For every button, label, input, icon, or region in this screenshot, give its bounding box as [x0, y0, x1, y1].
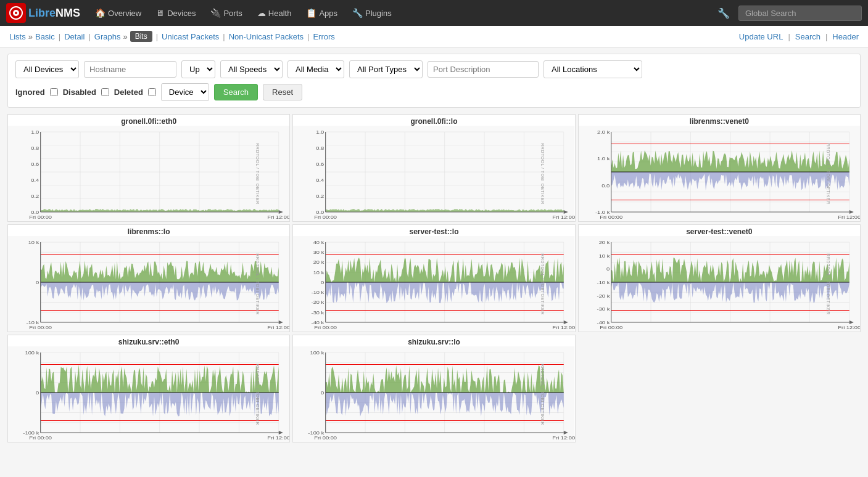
- svg-text:1.0: 1.0: [31, 129, 39, 135]
- svg-text:0: 0: [606, 266, 610, 272]
- overview-icon: 🏠: [95, 8, 105, 18]
- ignored-checkbox[interactable]: [50, 88, 58, 96]
- nav-plugins[interactable]: 🔧 Plugins: [346, 0, 398, 26]
- svg-text:20 k: 20 k: [598, 240, 610, 245]
- svg-text:1.0 k: 1.0 k: [597, 156, 610, 161]
- location-select[interactable]: All Locations: [544, 60, 642, 78]
- nav-apps[interactable]: 📋 Apps: [300, 0, 344, 26]
- svg-text:0.4: 0.4: [31, 177, 39, 183]
- nav-devices[interactable]: 🖥 Devices: [150, 0, 202, 26]
- graph-card-2[interactable]: gronell.0fi::lo1.00.80.60.40.20.0Fri 00:…: [292, 114, 575, 222]
- brand[interactable]: LibreNMS: [6, 3, 80, 23]
- graph-card-1[interactable]: gronell.0fi::eth01.00.80.60.40.20.0Fri 0…: [7, 114, 290, 222]
- graph-card-4[interactable]: librenms::lo10 k0-10 kFri 00:00Fri 12:00…: [7, 224, 290, 332]
- update-url-link[interactable]: Update URL: [739, 32, 783, 41]
- port-desc-input[interactable]: [428, 61, 539, 78]
- speed-select[interactable]: All Speeds: [220, 60, 283, 78]
- graph-title-8: shizuku.srv::lo: [293, 335, 574, 346]
- apps-icon: 📋: [306, 8, 316, 18]
- hostname-input[interactable]: [84, 61, 176, 78]
- graph-svg-3: 2.0 k1.0 k0.0-1.0 kFri 00:00Fri 12:00: [579, 126, 860, 221]
- search-link[interactable]: Search: [795, 32, 820, 41]
- graph-area-2: 1.00.80.60.40.20.0Fri 00:00Fri 12:00RRDT…: [293, 126, 574, 221]
- svg-text:Fri 12:00: Fri 12:00: [267, 325, 289, 330]
- nav-health[interactable]: ☁ Health: [251, 0, 298, 26]
- svg-text:Fri 00:00: Fri 00:00: [600, 214, 622, 220]
- svg-text:1.0: 1.0: [316, 129, 324, 135]
- graph-title-3: librenms::venet0: [579, 115, 860, 126]
- graph-area-7: 100 k0-100 kFri 00:00Fri 12:00RRDTOOL / …: [8, 346, 289, 442]
- reset-button[interactable]: Reset: [263, 84, 302, 100]
- graph-title-1: gronell.0fi::eth0: [8, 115, 289, 126]
- svg-text:Fri 12:00: Fri 12:00: [267, 435, 289, 441]
- port-type-select[interactable]: All Port Types: [349, 60, 423, 78]
- media-select[interactable]: All Media: [287, 60, 344, 78]
- graph-area-5: 40 k30 k20 k10 k0-10 k-20 k-30 k-40 kFri…: [293, 236, 574, 332]
- graph-card-5[interactable]: server-test::lo40 k30 k20 k10 k0-10 k-20…: [292, 224, 575, 332]
- global-search-input[interactable]: [738, 6, 862, 21]
- svg-text:Fri 00:00: Fri 00:00: [29, 325, 52, 330]
- svg-text:Fri 12:00: Fri 12:00: [267, 214, 289, 220]
- svg-text:Fri 12:00: Fri 12:00: [838, 214, 860, 220]
- svg-text:0: 0: [36, 390, 39, 396]
- breadcrumb-lists[interactable]: Lists: [9, 32, 26, 41]
- graph-title-5: server-test::lo: [293, 225, 574, 236]
- breadcrumb-basic[interactable]: Basic: [35, 32, 55, 41]
- deleted-checkbox[interactable]: [148, 88, 156, 96]
- nav-ports[interactable]: 🔌 Ports: [204, 0, 248, 26]
- svg-rect-4: [8, 126, 289, 221]
- graph-title-2: gronell.0fi::lo: [293, 115, 574, 126]
- svg-text:0.2: 0.2: [31, 194, 39, 199]
- nav-overview[interactable]: 🏠 Overview: [89, 0, 147, 26]
- graph-card-8[interactable]: shizuku.srv::lo100 k0-100 kFri 00:00Fri …: [292, 335, 575, 442]
- breadcrumb-graphs[interactable]: Graphs: [94, 32, 121, 41]
- svg-text:Fri 00:00: Fri 00:00: [600, 325, 622, 330]
- breadcrumb-nonunicast[interactable]: Non-Unicast Packets: [229, 32, 304, 41]
- device-filter-select[interactable]: All Devices: [15, 60, 79, 78]
- filter-row1: All Devices Up All Speeds All Media All …: [15, 60, 853, 78]
- graph-svg-1: 1.00.80.60.40.20.0Fri 00:00Fri 12:00: [8, 126, 289, 221]
- breadcrumb-detail[interactable]: Detail: [64, 32, 85, 41]
- graph-area-6: 20 k10 k0-10 k-20 k-30 k-40 kFri 00:00Fr…: [579, 236, 860, 332]
- navbar-right: 🔧: [714, 6, 862, 21]
- graph-svg-8: 100 k0-100 kFri 00:00Fri 12:00: [293, 346, 574, 442]
- ignored-label: Ignored: [15, 88, 45, 97]
- status-select[interactable]: Up: [181, 60, 215, 78]
- device-type-select[interactable]: Device: [161, 83, 209, 101]
- svg-text:Fri 00:00: Fri 00:00: [29, 435, 52, 441]
- breadcrumb-active: Bits: [130, 31, 152, 42]
- rrd-brand-2: RRDTOOL / TOBI OETIKER: [540, 143, 545, 204]
- svg-text:-20 k: -20 k: [312, 300, 324, 305]
- rrd-brand-1: RRDTOOL / TOBI OETIKER: [255, 143, 260, 204]
- graph-title-7: shizuku.srv::eth0: [8, 335, 289, 346]
- graph-card-7[interactable]: shizuku.srv::eth0100 k0-100 kFri 00:00Fr…: [7, 335, 290, 442]
- svg-text:0.2: 0.2: [316, 194, 324, 199]
- search-button[interactable]: Search: [214, 84, 258, 100]
- graph-card-3[interactable]: librenms::venet02.0 k1.0 k0.0-1.0 kFri 0…: [578, 114, 861, 222]
- breadcrumb-bar: Lists » Basic | Detail | Graphs » Bits |…: [0, 26, 868, 47]
- svg-text:0.8: 0.8: [31, 145, 39, 151]
- svg-text:40 k: 40 k: [313, 240, 324, 245]
- graphs-container: gronell.0fi::eth01.00.80.60.40.20.0Fri 0…: [7, 114, 861, 442]
- svg-text:10 k: 10 k: [313, 269, 324, 275]
- svg-text:Fri 12:00: Fri 12:00: [553, 435, 575, 441]
- svg-text:2.0 k: 2.0 k: [597, 129, 610, 135]
- disabled-checkbox[interactable]: [101, 88, 109, 96]
- rrd-brand-8: RRDTOOL / TOBI OETIKER: [540, 364, 545, 425]
- deleted-label: Deleted: [114, 88, 143, 97]
- breadcrumb-unicast[interactable]: Unicast Packets: [162, 32, 219, 41]
- svg-text:-10 k: -10 k: [597, 280, 610, 285]
- wrench-button[interactable]: 🔧: [714, 7, 734, 19]
- svg-text:30 k: 30 k: [313, 250, 324, 255]
- breadcrumb-errors[interactable]: Errors: [313, 32, 334, 41]
- graph-card-6[interactable]: server-test::venet020 k10 k0-10 k-20 k-3…: [578, 224, 861, 332]
- graph-svg-5: 40 k30 k20 k10 k0-10 k-20 k-30 k-40 kFri…: [293, 236, 574, 332]
- graph-area-8: 100 k0-100 kFri 00:00Fri 12:00RRDTOOL / …: [293, 346, 574, 442]
- svg-text:0.6: 0.6: [31, 161, 39, 167]
- graph-area-1: 1.00.80.60.40.20.0Fri 00:00Fri 12:00RRDT…: [8, 126, 289, 221]
- rrd-brand-7: RRDTOOL / TOBI OETIKER: [255, 364, 260, 425]
- svg-text:-30 k: -30 k: [312, 309, 324, 315]
- svg-text:Fri 00:00: Fri 00:00: [315, 325, 337, 330]
- header-link[interactable]: Header: [832, 32, 859, 41]
- svg-text:0: 0: [321, 390, 324, 396]
